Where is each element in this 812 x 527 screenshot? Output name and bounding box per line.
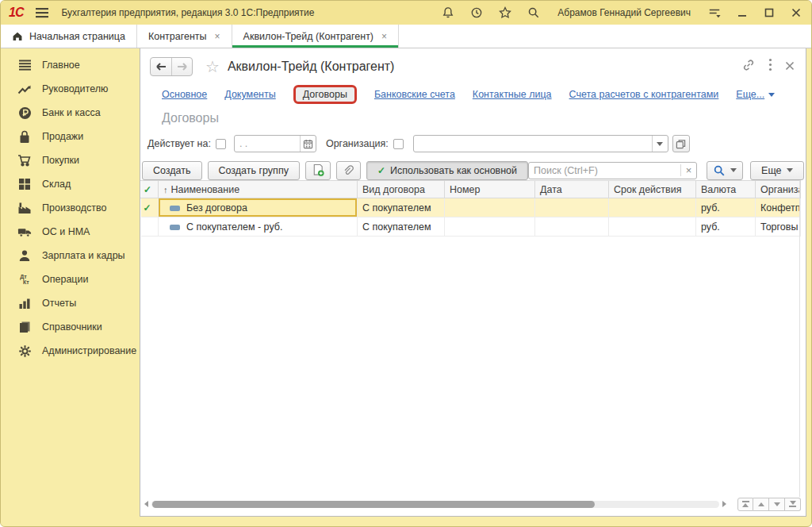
combo-dropdown-icon[interactable]: [652, 136, 668, 152]
use-as-primary-button[interactable]: ✓ Использовать как основной: [366, 161, 528, 180]
sidebar-item-prodazhi[interactable]: Продажи: [1, 125, 140, 148]
sidebar-item-zarplata-i-kadry[interactable]: Зарплата и кадры: [1, 244, 140, 267]
current-user[interactable]: Абрамов Геннадий Сергеевич: [557, 7, 691, 18]
table-row-bez-dogovora[interactable]: ✓ Без договора С покупателем руб. Конфет…: [141, 198, 801, 217]
cell-organization[interactable]: Конфетп: [756, 198, 801, 217]
sidebar-item-operacii[interactable]: Дт Кт Операции: [1, 267, 140, 291]
table-header-row: ✓ ↑Наименование Вид договора Номер Дата …: [141, 181, 801, 198]
sidebar-item-spravochniki[interactable]: Справочники: [1, 315, 140, 339]
sidebar-item-proizvodstvo[interactable]: Производство: [1, 196, 140, 220]
horizontal-scrollbar-track[interactable]: [151, 501, 719, 508]
sidebar-item-administrirovanie[interactable]: Администрирование: [1, 339, 140, 363]
sidebar-item-rukovoditelyu[interactable]: Руководителю: [1, 77, 140, 101]
copy-item-button[interactable]: [305, 161, 331, 180]
get-link-icon[interactable]: [741, 58, 756, 75]
cell-currency[interactable]: руб.: [696, 217, 756, 237]
cell-currency[interactable]: руб.: [696, 198, 756, 217]
cell-name-current[interactable]: Без договора: [159, 198, 358, 217]
cell-number[interactable]: [445, 198, 535, 217]
column-organization[interactable]: Организация: [756, 181, 801, 198]
notifications-bell-icon[interactable]: [440, 5, 456, 21]
history-icon[interactable]: [469, 5, 485, 21]
horizontal-scrollbar-thumb[interactable]: [152, 501, 595, 508]
nav-link-more[interactable]: Еще...: [736, 89, 775, 100]
sidebar-item-pokupki[interactable]: Покупки: [1, 148, 140, 172]
sidebar-item-sklad[interactable]: Склад: [1, 172, 140, 196]
go-last-row-button[interactable]: [785, 498, 801, 511]
sidebar-item-bank-i-kassa[interactable]: Банк и касса: [1, 101, 140, 125]
valid-on-checkbox[interactable]: [216, 139, 226, 149]
close-window-button[interactable]: [789, 6, 803, 20]
column-kind[interactable]: Вид договора: [358, 181, 445, 198]
page-title: Аквилон-Трейд (Контрагент): [228, 60, 394, 74]
column-currency[interactable]: Валюта: [696, 181, 756, 198]
cell-term[interactable]: [609, 217, 696, 237]
cell-kind[interactable]: С покупателем: [358, 217, 445, 237]
cell-number[interactable]: [445, 217, 535, 237]
main-menu-icon[interactable]: [34, 5, 50, 21]
cell-term[interactable]: [609, 198, 696, 217]
table-row-s-pokupatelem[interactable]: С покупателем - руб. С покупателем руб. …: [141, 217, 801, 237]
nav-link-dogovory-highlighted[interactable]: Договоры: [293, 85, 357, 104]
more-button[interactable]: Еще: [750, 161, 803, 180]
sidebar-item-otchety[interactable]: Отчеты: [1, 291, 140, 315]
column-number[interactable]: Номер: [445, 181, 535, 198]
next-row-button[interactable]: [769, 498, 785, 511]
back-button[interactable]: [151, 58, 171, 75]
tab-label: Аквилон-Трейд (Контрагент): [243, 31, 373, 42]
favorites-star-icon[interactable]: [497, 5, 513, 21]
add-to-favorites-star-icon[interactable]: ☆: [205, 59, 220, 75]
create-group-button[interactable]: Создать группу: [208, 161, 300, 180]
go-first-row-button[interactable]: [737, 498, 753, 511]
search-input[interactable]: [529, 163, 680, 179]
nav-link-osnovnoe[interactable]: Основное: [162, 89, 207, 100]
cell-name[interactable]: С покупателем - руб.: [159, 217, 358, 237]
tab-home[interactable]: Начальная страница: [1, 25, 137, 48]
scroll-right-icon[interactable]: [722, 501, 726, 507]
sort-asc-icon: ↑: [163, 185, 168, 194]
cell-date[interactable]: [535, 217, 609, 237]
previous-row-button[interactable]: [753, 498, 769, 511]
sidebar-item-glavnoe[interactable]: Главное: [1, 53, 140, 77]
maximize-button[interactable]: [762, 6, 776, 20]
vertical-scrollbar-track[interactable]: [799, 180, 800, 497]
scroll-left-icon[interactable]: [144, 501, 148, 507]
tab-label: Контрагенты: [148, 31, 207, 42]
nav-link-dokumenty[interactable]: Документы: [224, 89, 275, 100]
organization-input[interactable]: [414, 136, 652, 152]
service-menu-icon[interactable]: [707, 5, 722, 21]
clear-search-icon[interactable]: ×: [680, 164, 696, 176]
tab-kontragenty[interactable]: Контрагенты ×: [137, 25, 232, 48]
column-term[interactable]: Срок действия: [609, 181, 696, 198]
tab-close-icon[interactable]: ×: [381, 31, 387, 42]
more-actions-dots-icon[interactable]: [768, 58, 772, 75]
nav-link-bankovskie-scheta[interactable]: Банковские счета: [374, 89, 455, 100]
attachments-paperclip-button[interactable]: [336, 161, 361, 180]
tab-akvilon-trade[interactable]: Аквилон-Трейд (Контрагент) ×: [232, 25, 399, 48]
column-primary[interactable]: ✓: [141, 181, 159, 198]
forward-button[interactable]: [171, 58, 192, 75]
app-title: Бухгалтерия предприятия, редакция 3.0 1С…: [61, 7, 314, 18]
cell-kind[interactable]: С покупателем: [358, 198, 445, 217]
column-date[interactable]: Дата: [535, 181, 609, 198]
chevron-down-icon: [730, 168, 737, 172]
date-input[interactable]: [235, 136, 300, 152]
organization-choose-button[interactable]: [672, 135, 690, 152]
advanced-search-button[interactable]: [707, 161, 743, 180]
sidebar-item-os-i-nma[interactable]: ОС и НМА: [1, 220, 140, 244]
cell-organization[interactable]: Торговы: [756, 217, 801, 237]
cell-date[interactable]: [535, 198, 609, 217]
close-form-icon[interactable]: [785, 60, 795, 74]
organization-label: Организация:: [326, 138, 389, 149]
check-icon: ✓: [144, 184, 151, 195]
calendar-icon[interactable]: [300, 136, 316, 152]
column-name[interactable]: ↑Наименование: [159, 181, 358, 198]
create-button[interactable]: Создать: [142, 161, 202, 180]
nav-link-scheta-raschetov[interactable]: Счета расчетов с контрагентами: [569, 89, 719, 100]
global-search-icon[interactable]: [526, 5, 542, 21]
tab-close-icon[interactable]: ×: [215, 31, 220, 42]
minimize-button[interactable]: [735, 6, 749, 20]
organization-checkbox[interactable]: [393, 139, 404, 149]
sidebar-label: Продажи: [42, 131, 83, 142]
nav-link-kontaktnye-lica[interactable]: Контактные лица: [473, 89, 552, 100]
